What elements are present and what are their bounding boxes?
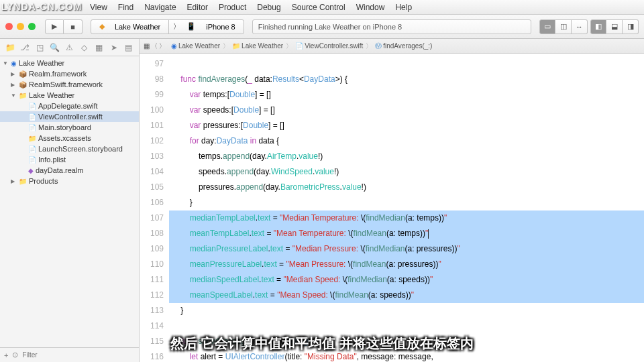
report-navigator-tab[interactable]: ▤ <box>123 42 134 53</box>
tree-item[interactable]: 📄ViewController.swift <box>0 111 139 122</box>
tree-item-label: ViewController.swift <box>38 113 103 121</box>
watermark: LYNDA-CN.COM <box>1 1 82 12</box>
tree-item-label: Lake Weather <box>29 91 74 99</box>
tree-item-label: Main.storyboard <box>38 123 91 131</box>
editor-mode-buttons: ▭ ◫ ↔ <box>539 19 588 34</box>
source-editor[interactable]: 9798991001011021031041051061071081091101… <box>140 54 644 362</box>
right-panel-toggle[interactable]: ◨ <box>623 19 639 34</box>
tree-item[interactable]: ▶📁Products <box>0 176 139 186</box>
bottom-panel-toggle[interactable]: ⬓ <box>606 19 623 34</box>
panel-toggle-buttons: ◧ ⬓ ◨ <box>590 19 639 34</box>
project-tree: ▼◉ Lake Weather ▶📦Realm.framework▶📦Realm… <box>0 56 139 347</box>
menubar: XcodeFileEditViewFindNavigateEditorProdu… <box>0 0 644 15</box>
assistant-editor-button[interactable]: ◫ <box>555 19 572 34</box>
forward-button[interactable]: 〉 <box>159 42 166 51</box>
tree-item-label: Products <box>29 177 58 185</box>
tree-item[interactable]: 📁Assets.xcassets <box>0 133 139 143</box>
navigator-tabs: 📁 ⎇ ◳ 🔍 ⚠ ◇ ▦ ➤ ▤ <box>0 39 139 56</box>
video-subtitle: 然后 它会计算中值和平均值 并将这些值放在标签内 <box>170 335 473 353</box>
source-control-navigator-tab[interactable]: ⎇ <box>19 42 30 53</box>
filter-icon: ⊙ <box>12 351 18 359</box>
version-editor-button[interactable]: ↔ <box>572 19 588 34</box>
menu-source-control[interactable]: Source Control <box>292 3 345 12</box>
related-items-button[interactable]: ▦ <box>144 42 150 50</box>
tree-item-label: Lake Weather <box>19 59 64 67</box>
close-window-button[interactable] <box>5 23 13 30</box>
menu-navigate[interactable]: Navigate <box>144 3 176 12</box>
menu-debug[interactable]: Debug <box>257 3 280 12</box>
tree-item-label: Realm.framework <box>29 70 87 78</box>
tree-item-label: RealmSwift.framework <box>29 80 103 88</box>
find-navigator-tab[interactable]: 🔍 <box>49 42 60 53</box>
navigator-filter-bar: + ⊙ <box>0 347 139 362</box>
navigator-sidebar: 📁 ⎇ ◳ 🔍 ⚠ ◇ ▦ ➤ ▤ ▼◉ Lake Weather ▶📦Real… <box>0 39 140 362</box>
run-button[interactable]: ▶ <box>45 19 64 34</box>
line-gutter: 9798991001011021031041051061071081091101… <box>140 54 169 362</box>
tree-item[interactable]: 📄Info.plist <box>0 154 139 165</box>
tree-item[interactable]: 📄Main.storyboard <box>0 122 139 133</box>
filter-input[interactable] <box>22 351 135 359</box>
debug-navigator-tab[interactable]: ▦ <box>94 42 105 53</box>
minimize-window-button[interactable] <box>17 23 24 30</box>
issue-navigator-tab[interactable]: ⚠ <box>64 42 74 53</box>
stop-button[interactable]: ■ <box>64 19 83 34</box>
menu-view[interactable]: View <box>90 3 107 12</box>
tree-item-label: Assets.xcassets <box>38 134 91 142</box>
jump-bar[interactable]: ▦ 〈 〉 ◉ Lake Weather〉 📁 Lake Weather〉 📄 … <box>140 39 644 54</box>
zoom-window-button[interactable] <box>28 23 36 30</box>
tree-item[interactable]: ◆dayData.realm <box>0 165 139 176</box>
symbol-navigator-tab[interactable]: ◳ <box>34 42 45 53</box>
left-panel-toggle[interactable]: ◧ <box>590 19 606 34</box>
standard-editor-button[interactable]: ▭ <box>539 19 555 34</box>
source-text[interactable]: func findAverages(_ data:Results<DayData… <box>169 54 644 362</box>
add-button[interactable]: + <box>4 351 8 359</box>
tree-root[interactable]: ▼◉ Lake Weather <box>0 58 139 68</box>
activity-status: Finished running Lake Weather on iPhone … <box>252 19 531 34</box>
tree-item[interactable]: ▼📁Lake Weather <box>0 90 139 101</box>
editor-area: ▦ 〈 〉 ◉ Lake Weather〉 📁 Lake Weather〉 📄 … <box>140 39 644 362</box>
tree-item-label: Info.plist <box>38 156 66 164</box>
menu-help[interactable]: Help <box>395 3 412 12</box>
tree-item[interactable]: 📄AppDelegate.swift <box>0 101 139 111</box>
window-controls <box>5 23 36 30</box>
menu-window[interactable]: Window <box>356 3 385 12</box>
toolbar: ▶ ■ ◆Lake Weather 〉📱iPhone 8 Finished ru… <box>0 15 644 39</box>
tree-item-label: LaunchScreen.storyboard <box>38 145 123 153</box>
tree-item-label: dayData.realm <box>36 166 84 174</box>
back-button[interactable]: 〈 <box>151 42 158 51</box>
tree-item[interactable]: ▶📦RealmSwift.framework <box>0 79 139 90</box>
tree-item-label: AppDelegate.swift <box>38 102 98 110</box>
project-navigator-tab[interactable]: 📁 <box>5 42 15 53</box>
menu-editor[interactable]: Editor <box>187 3 208 12</box>
breakpoint-navigator-tab[interactable]: ➤ <box>109 42 119 53</box>
test-navigator-tab[interactable]: ◇ <box>79 42 90 53</box>
scheme-selector[interactable]: ◆Lake Weather 〉📱iPhone 8 <box>91 19 244 34</box>
menu-find[interactable]: Find <box>118 3 133 12</box>
menu-product[interactable]: Product <box>219 3 246 12</box>
tree-item[interactable]: ▶📦Realm.framework <box>0 68 139 79</box>
tree-item[interactable]: 📄LaunchScreen.storyboard <box>0 143 139 154</box>
